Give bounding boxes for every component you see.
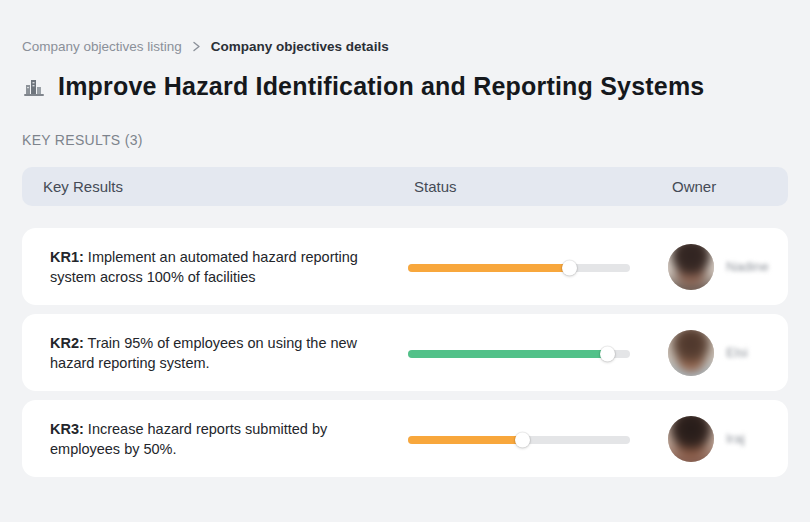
progress-knob[interactable] — [515, 433, 530, 448]
breadcrumb: Company objectives listing Company objec… — [22, 39, 389, 54]
key-result-row-kr2[interactable]: KR2: Train 95% of employees on using the… — [22, 314, 788, 391]
page-title: Improve Hazard Identification and Report… — [58, 72, 704, 101]
key-result-text: KR1: Implement an automated hazard repor… — [50, 228, 380, 305]
progress-fill — [408, 264, 570, 272]
progress-knob[interactable] — [562, 261, 577, 276]
company-objective-details-page: Company objectives listing Company objec… — [0, 0, 810, 522]
column-header-status: Status — [414, 167, 457, 206]
kr-description: Train 95% of employees on using the new … — [50, 335, 357, 371]
key-result-text: KR2: Train 95% of employees on using the… — [50, 314, 380, 391]
key-results-list: KR1: Implement an automated hazard repor… — [22, 228, 788, 486]
kr-label: KR3: — [50, 421, 84, 437]
kr-label: KR1: — [50, 249, 84, 265]
avatar — [668, 416, 714, 462]
breadcrumb-item-details: Company objectives details — [211, 39, 389, 54]
key-results-section-label: KEY RESULTS (3) — [22, 132, 143, 148]
progress-fill — [408, 350, 608, 358]
avatar — [668, 330, 714, 376]
owner-cell: Iraj — [668, 400, 745, 477]
column-header-key-results: Key Results — [43, 167, 123, 206]
owner-name: Iraj — [726, 431, 745, 446]
buildings-icon — [22, 75, 46, 99]
owner-name: Nadine — [726, 259, 769, 274]
kr-description: Implement an automated hazard reporting … — [50, 249, 358, 285]
progress-slider[interactable] — [408, 264, 630, 272]
progress-fill — [408, 436, 523, 444]
kr-label: KR2: — [50, 335, 84, 351]
owner-name: Elsi — [726, 345, 748, 360]
breadcrumb-item-listing[interactable]: Company objectives listing — [22, 39, 182, 54]
table-header: Key Results Status Owner — [22, 167, 788, 206]
key-result-text: KR3: Increase hazard reports submitted b… — [50, 400, 380, 477]
objective-title-row: Improve Hazard Identification and Report… — [22, 72, 704, 101]
progress-slider[interactable] — [408, 436, 630, 444]
key-result-row-kr3[interactable]: KR3: Increase hazard reports submitted b… — [22, 400, 788, 477]
column-header-owner: Owner — [672, 167, 716, 206]
progress-knob[interactable] — [600, 347, 615, 362]
owner-cell: Elsi — [668, 314, 748, 391]
progress-slider[interactable] — [408, 350, 630, 358]
key-result-row-kr1[interactable]: KR1: Implement an automated hazard repor… — [22, 228, 788, 305]
kr-description: Increase hazard reports submitted by emp… — [50, 421, 327, 457]
owner-cell: Nadine — [668, 228, 769, 305]
avatar — [668, 244, 714, 290]
chevron-right-icon — [192, 41, 201, 52]
